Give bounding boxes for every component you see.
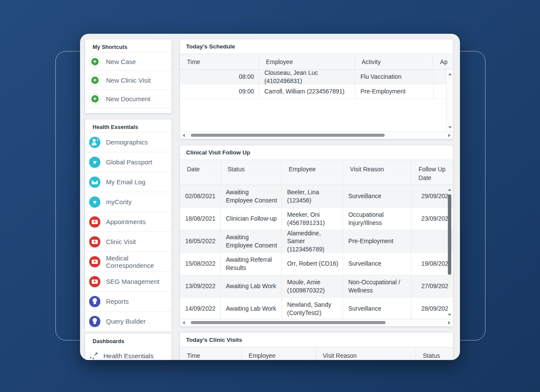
cell-employee: Clouseau, Jean Luc (4102496831) — [259, 70, 355, 84]
schedule-row[interactable]: 09:00 Carroll, William (2234567891) Pre-… — [180, 84, 453, 99]
health-essentials-title: Health Essentials — [85, 119, 171, 132]
sidebar-item-label: My Email Log — [106, 178, 145, 186]
sidebar-item-medical-correspondence[interactable]: Medical Correspondence — [85, 251, 171, 271]
sidebar-item-query-builder[interactable]: Query Builder — [85, 311, 171, 331]
cell-activity: Flu Vaccination — [355, 70, 434, 84]
column-header-time[interactable]: Time — [180, 54, 259, 69]
cell-visit-reason: Occupational Injury/Illness — [343, 208, 411, 230]
follow-up-table-header: Date Status Employee Visit Reason Follow… — [180, 160, 453, 185]
follow-up-row[interactable]: 14/09/2022 Awaiting Lab Work Newland, Sa… — [180, 298, 453, 320]
scatter-chart-icon — [89, 351, 98, 360]
sidebar-item-mycority[interactable]: myCority — [85, 192, 171, 212]
sidebar-item-label: New Case — [106, 58, 136, 65]
column-header-date[interactable]: Date — [180, 160, 221, 185]
sidebar-item-label: Clinic Visit — [106, 238, 136, 245]
clinic-visits-table-header: Time Employee Visit Reason Status — [180, 347, 453, 360]
scroll-left-arrow-icon[interactable] — [183, 321, 185, 325]
horizontal-scrollbar[interactable] — [180, 319, 453, 326]
column-header-employee[interactable]: Employee — [282, 160, 343, 185]
medical-bag-icon — [89, 236, 100, 247]
cell-time: 08:00 — [180, 70, 259, 84]
scroll-down-arrow-icon[interactable] — [448, 314, 451, 316]
sidebar-item-my-email-log[interactable]: My Email Log — [85, 172, 171, 192]
column-header-activity[interactable]: Activity — [355, 54, 433, 69]
sidebar-item-label: myCority — [106, 198, 132, 206]
cell-status: Clinician Follow-up — [221, 208, 282, 230]
sidebar-item-seg-management[interactable]: SEG Management — [85, 271, 171, 291]
mail-icon — [89, 177, 100, 188]
follow-up-row[interactable]: 18/08/2021 Clinician Follow-up Meeker, O… — [180, 208, 453, 230]
column-header-time[interactable]: Time — [180, 347, 242, 360]
sidebar-item-label: Health Essentials — [103, 352, 154, 360]
sidebar-item-new-case[interactable]: New Case — [85, 52, 171, 71]
follow-up-row[interactable]: 15/08/2022 Awaiting Referral Results Orr… — [180, 253, 453, 275]
sidebar-item-demographics[interactable]: Demographics — [85, 132, 171, 152]
person-search-icon — [89, 137, 100, 148]
scrollbar-thumb[interactable] — [191, 134, 385, 137]
dashboards-card: Dashboards Health Essentials — [85, 333, 172, 360]
schedule-row[interactable]: 08:00 Clouseau, Jean Luc (4102496831) Fl… — [180, 70, 453, 84]
column-header-appointment[interactable]: Ap — [433, 54, 446, 69]
cell-date: 13/09/2022 — [180, 275, 221, 297]
scroll-up-arrow-icon[interactable] — [448, 73, 452, 75]
scrollbar-thumb[interactable] — [448, 194, 451, 275]
sidebar-item-label: Medical Correspondence — [106, 254, 171, 269]
cell-date: 18/08/2021 — [180, 208, 221, 230]
sidebar-item-reports[interactable]: Reports — [85, 291, 171, 311]
column-header-follow-up-date[interactable]: Follow Up Date — [411, 160, 453, 185]
cell-visit-reason: Surveillance — [343, 253, 411, 275]
add-icon — [89, 56, 100, 67]
cell-employee: Alameddine, Samer (1123456789) — [282, 230, 343, 252]
sidebar-item-label: SEG Management — [106, 278, 159, 285]
column-header-employee[interactable]: Employee — [242, 347, 316, 360]
follow-up-row[interactable]: 02/08/2021 Awaiting Employee Consent Bee… — [180, 185, 453, 208]
todays-schedule-panel: Today's Schedule Time Employee Activity … — [180, 39, 453, 139]
cell-visit-reason: Surveillance — [343, 298, 411, 320]
cell-status: Awaiting Employee Consent — [221, 185, 282, 207]
medical-bag-icon — [89, 256, 100, 267]
cell-status: Awaiting Lab Work — [221, 298, 282, 320]
cell-date: 15/08/2022 — [180, 253, 221, 275]
scroll-down-arrow-icon[interactable] — [448, 126, 452, 129]
sidebar-item-label: New Document — [106, 95, 151, 103]
follow-up-table-body: 02/08/2021 Awaiting Employee Consent Bee… — [180, 185, 453, 320]
column-header-visit-reason[interactable]: Visit Reason — [343, 160, 411, 185]
scroll-right-arrow-icon[interactable] — [448, 321, 450, 325]
horizontal-scrollbar[interactable] — [180, 132, 453, 139]
cell-date: 16/05/2022 — [180, 230, 221, 252]
sidebar-item-new-document[interactable]: New Document — [85, 89, 171, 108]
cell-appointment — [434, 70, 447, 84]
cell-appointment — [434, 84, 447, 99]
add-icon — [89, 74, 100, 86]
column-header-employee[interactable]: Employee — [259, 54, 354, 69]
scroll-left-arrow-icon[interactable] — [183, 134, 185, 137]
sidebar-item-new-clinic-visit[interactable]: New Clinic Visit — [85, 71, 171, 89]
sidebar-item-global-passport[interactable]: Global Passport — [85, 152, 171, 172]
column-header-status[interactable]: Status — [221, 160, 282, 185]
scroll-up-arrow-icon[interactable] — [448, 189, 451, 191]
column-header-visit-reason[interactable]: Visit Reason — [316, 347, 416, 360]
cell-activity: Pre-Employment — [355, 84, 434, 99]
sidebar-item-health-essentials[interactable]: Health Essentials — [85, 346, 171, 360]
follow-up-row[interactable]: 16/05/2022 Awaiting Employee Consent Ala… — [180, 230, 453, 253]
cell-employee: Beeler, Lina (123456) — [282, 185, 343, 207]
sidebar-item-appointments[interactable]: Appointments — [85, 212, 171, 231]
medical-bag-icon — [89, 216, 100, 228]
dashboards-list: Health Essentials — [85, 346, 171, 360]
vertical-scrollbar[interactable] — [446, 70, 453, 132]
my-shortcuts-list: New Case New Clinic Visit New Document — [85, 52, 171, 108]
column-header-status[interactable]: Status — [416, 347, 453, 360]
cell-employee: Carroll, William (2234567891) — [259, 84, 355, 99]
sidebar-item-clinic-visit[interactable]: Clinic Visit — [85, 231, 171, 251]
todays-clinic-visits-panel: Today's Clinic Visits Time Employee Visi… — [180, 332, 453, 360]
cell-time: 09:00 — [180, 84, 259, 99]
follow-up-row[interactable]: 13/09/2022 Awaiting Lab Work Moule, Amie… — [180, 275, 453, 298]
scroll-right-arrow-icon[interactable] — [448, 134, 450, 137]
scrollbar-thumb[interactable] — [191, 321, 386, 324]
vertical-scrollbar[interactable] — [446, 185, 453, 319]
cell-employee: Meeker, Oni (4567891231) — [282, 208, 343, 230]
sidebar-item-label: Reports — [106, 298, 129, 305]
schedule-table-header: Time Employee Activity Ap — [180, 54, 453, 70]
dashboards-title: Dashboards — [85, 334, 171, 346]
cell-visit-reason: Non-Occupational / Wellness — [343, 275, 411, 297]
